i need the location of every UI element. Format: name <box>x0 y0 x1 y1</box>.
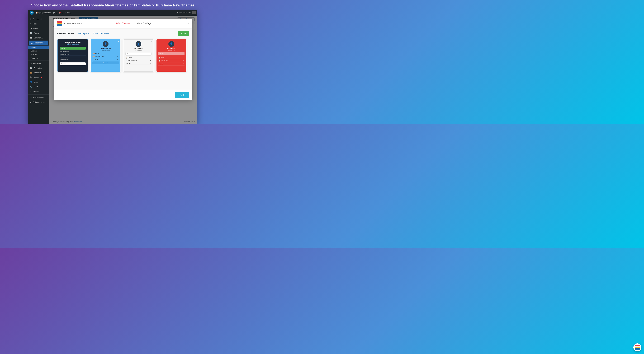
tools-icon: 🔧 <box>30 86 32 88</box>
list-item: 🏠 Home <box>158 56 184 59</box>
sidebar-item-elementor[interactable]: ⬡ Elementor <box>28 61 49 66</box>
wp-main: Responsive Menu Create New Menu Screen O… <box>49 15 197 124</box>
card-blue-avatar: 👤 <box>103 41 108 47</box>
theme-card-dark[interactable]: Responsive Menu Add more content here...… <box>58 39 88 72</box>
admin-bar-items: 💬 1 🚩 0 + New <box>53 11 71 14</box>
sidebar-item-menus[interactable]: Menus <box>28 45 49 49</box>
settings-icon: ⚙ <box>30 90 32 93</box>
sub-tab-installed[interactable]: Installed Themes <box>57 31 74 35</box>
sidebar-item-pages[interactable]: 📄 Pages <box>28 31 49 35</box>
sidebar-item-plugins[interactable]: 🔌 Plugins <box>28 75 49 80</box>
list-item: 📋 Sample Page ∧ <box>126 59 152 62</box>
sidebar-item-themes[interactable]: Themes <box>28 53 49 56</box>
top-headline: Choose from any of the Installed Respons… <box>28 0 198 10</box>
sidebar-item-appearance[interactable]: 🎨 Appearan... <box>28 70 49 75</box>
elementor-icon: ⬡ <box>30 62 32 65</box>
wp-logo: W <box>30 11 34 15</box>
card-red-content: 👤 Oleo Bone @oleobone Search 🏠 Home 📋 Sa… <box>156 39 186 72</box>
tab-select-themes[interactable]: Select Themes <box>112 21 134 26</box>
sidebar-item-settings[interactable]: Settings <box>28 49 49 53</box>
card-red-search: Search <box>158 52 184 55</box>
dashboard-icon: ⊞ <box>30 18 32 20</box>
import-button[interactable]: Import <box>178 31 189 36</box>
modal-title: Create New Menu <box>64 22 82 25</box>
modal-footer: Next <box>54 90 192 100</box>
wp-content: ⊞ Dashboard ✎ Posts 🖼 Media 📄 Pages 💬 Co… <box>28 15 197 124</box>
svg-rect-2 <box>57 24 62 26</box>
modal-tabs: Select Themes Menu Settings <box>112 21 154 26</box>
card-dark-content: Responsive Menu Add more content here...… <box>58 39 88 72</box>
card-blue-search: Search <box>92 61 119 64</box>
modal-dialog: Create New Menu Select Themes Menu Setti… <box>54 19 192 100</box>
avatar <box>192 11 196 14</box>
card-blue-close: × <box>118 40 119 43</box>
modal-header: Create New Menu Select Themes Menu Setti… <box>54 19 192 28</box>
sidebar-item-templates[interactable]: 📋 Templates <box>28 66 49 70</box>
house-icon: 🏠 <box>36 11 38 14</box>
modal-close-button[interactable]: × <box>187 22 189 25</box>
posts-icon: ✎ <box>30 23 32 25</box>
appearance-icon: 🎨 <box>30 72 32 74</box>
sidebar-item-tools[interactable]: 🔧 Tools <box>28 84 49 89</box>
list-item: Sample Page <box>60 50 86 53</box>
admin-bar-site[interactable]: 🏠 sj.expresstech <box>36 11 51 14</box>
sidebar-item-media[interactable]: 🖼 Media <box>28 26 49 31</box>
tab-menu-settings[interactable]: Menu Settings <box>134 21 154 26</box>
wp-sidebar: ⊞ Dashboard ✎ Posts 🖼 Media 📄 Pages 💬 Co… <box>28 15 49 124</box>
admin-bar-right: Howdy, wpadmin <box>176 11 196 14</box>
theme-card-red[interactable]: 👤 Oleo Bone @oleobone Search 🏠 Home 📋 Sa… <box>156 39 186 72</box>
collapse-icon: ◀ <box>30 101 32 103</box>
theme-card-blue[interactable]: × 👤 Alexa Seleno @alexaseleno 🏠 Home 📋 S… <box>90 39 121 72</box>
list-item: Elementor #9 <box>60 58 86 61</box>
theme-cards: Responsive Menu Add more content here...… <box>57 38 189 73</box>
card-white-search: Search <box>126 52 152 55</box>
sidebar-item-roadmap[interactable]: Roadmap <box>28 56 49 60</box>
list-item: 🏠 Home <box>92 52 119 55</box>
card-white-content: × 👤 Mr. Jackson @mrjackson Search 🏠 Home <box>124 39 153 72</box>
list-item: Uncategorized <box>60 53 86 56</box>
modal-overlay: Create New Menu Select Themes Menu Setti… <box>49 15 197 124</box>
pages-icon: 📄 <box>30 32 32 34</box>
next-button[interactable]: Next <box>175 92 189 98</box>
card-dark-search: Search <box>60 62 86 65</box>
sub-tab-saved[interactable]: Saved Templates <box>93 31 109 35</box>
card-white-name: Mr. Jackson <box>126 48 152 49</box>
card-red-handle: @oleobone <box>158 49 184 51</box>
sidebar-item-settings2[interactable]: ⚙ Settings <box>28 89 49 94</box>
list-item: 🏠 Home <box>126 56 152 59</box>
card-blue-content: × 👤 Alexa Seleno @alexaseleno 🏠 Home 📋 S… <box>91 39 120 72</box>
svg-rect-1 <box>57 23 62 24</box>
sidebar-item-users[interactable]: 👤 Users <box>28 80 49 84</box>
list-item: G Login ∧ <box>158 62 184 65</box>
wp-admin-bar: W 🏠 sj.expresstech 💬 1 🚩 0 + New Howdy, … <box>28 10 197 15</box>
modal-logo <box>57 21 62 26</box>
sidebar-item-posts[interactable]: ✎ Posts <box>28 21 49 26</box>
card-white-close: × <box>151 40 152 43</box>
sidebar-item-responsive[interactable]: ☰ Responsive <box>29 40 48 45</box>
list-item: G Login ∧ <box>126 62 152 65</box>
card-red-avatar: 👤 <box>168 41 174 47</box>
modal-body: Installed Themes | Marketplace | Saved T… <box>54 28 192 90</box>
sidebar-item-theme-panel[interactable]: ⚙ Theme Panel <box>28 95 49 100</box>
media-icon: 🖼 <box>30 27 32 30</box>
card-dark-home: Home <box>60 47 86 49</box>
plugins-badge <box>41 77 42 78</box>
sidebar-item-comments[interactable]: 💬 Comment... <box>28 35 49 40</box>
card-blue-handle: @alexaseleno <box>92 49 119 51</box>
plugins-icon: 🔌 <box>30 76 32 79</box>
svg-rect-0 <box>57 21 62 23</box>
list-item: Hello world! <box>60 56 86 58</box>
sidebar-item-dashboard[interactable]: ⊞ Dashboard <box>28 17 49 21</box>
card-red-name: Oleo Bone <box>158 47 184 49</box>
card-white-handle: @mrjackson <box>126 49 152 51</box>
templates-icon: 📋 <box>30 67 32 69</box>
theme-card-white[interactable]: × 👤 Mr. Jackson @mrjackson Search 🏠 Home <box>123 39 154 72</box>
sub-tab-marketplace[interactable]: Marketplace <box>78 31 89 35</box>
list-item: G Login ∧ <box>92 58 119 61</box>
sidebar-item-collapse[interactable]: ◀ Collapse menu <box>28 100 49 105</box>
responsive-icon: ☰ <box>31 42 33 44</box>
browser-window: W 🏠 sj.expresstech 💬 1 🚩 0 + New Howdy, … <box>28 10 197 124</box>
card-dark-subtitle: Add more content here... <box>60 44 86 45</box>
theme-panel-icon: ⚙ <box>30 96 32 99</box>
card-white-avatar: 👤 <box>136 41 141 47</box>
